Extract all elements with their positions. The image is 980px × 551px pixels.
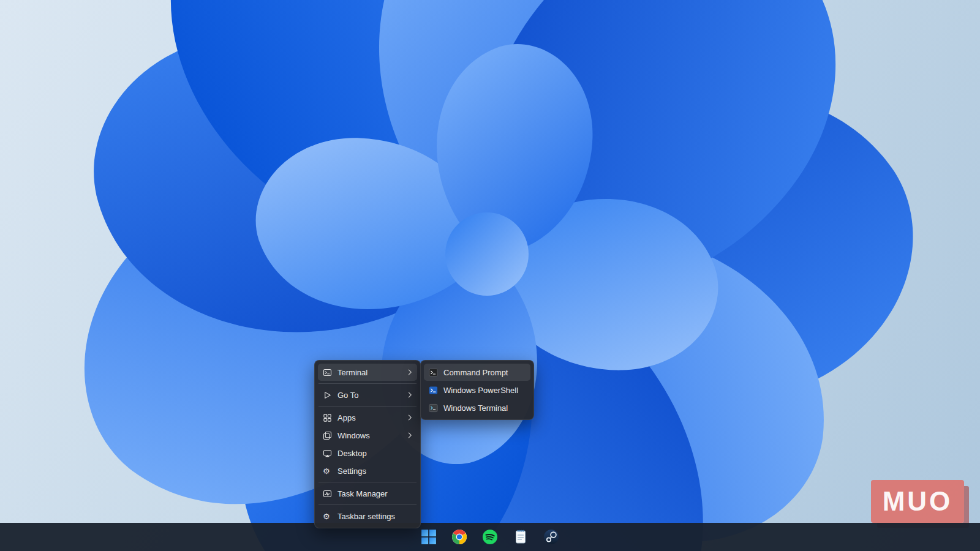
- menu-item-go-to[interactable]: Go To: [318, 386, 417, 403]
- menu-item-label: Taskbar settings: [337, 512, 406, 521]
- terminal-icon: [323, 368, 337, 377]
- muo-watermark: MUO: [871, 480, 964, 523]
- menu-separator: [318, 504, 417, 505]
- chevron-right-icon: [406, 369, 412, 376]
- chevron-right-icon: [406, 432, 412, 439]
- menu-separator: [318, 383, 417, 384]
- menu-item-label: Task Manager: [337, 489, 406, 498]
- chrome-icon: [451, 529, 467, 545]
- menu-item-taskbar-settings[interactable]: ⚙ Taskbar settings: [318, 508, 417, 525]
- notepad-icon: [513, 529, 529, 545]
- start-button[interactable]: [417, 525, 441, 549]
- menu-item-terminal[interactable]: Terminal: [318, 364, 417, 381]
- desktop-icon: [323, 449, 337, 458]
- menu-item-task-manager[interactable]: Task Manager: [318, 485, 417, 502]
- submenu-item-windows-powershell[interactable]: Windows PowerShell: [424, 381, 530, 399]
- steam-icon: [543, 529, 559, 545]
- submenu-item-windows-terminal[interactable]: Windows Terminal: [424, 399, 530, 416]
- menu-item-label: Desktop: [337, 449, 406, 458]
- wallpaper-bloom: [0, 0, 980, 551]
- chrome-taskbar-button[interactable]: [447, 525, 472, 549]
- desktop: Terminal Go To Apps: [0, 0, 980, 551]
- windows-icon: [323, 431, 337, 440]
- menu-item-label: Settings: [337, 467, 406, 476]
- menu-item-settings[interactable]: ⚙ Settings: [318, 462, 417, 479]
- taskbar-context-menu: Terminal Go To Apps: [314, 360, 421, 528]
- task-manager-icon: [323, 489, 337, 498]
- chevron-right-icon: [406, 414, 412, 421]
- chevron-right-icon: [406, 391, 412, 399]
- go-to-icon: [323, 391, 337, 400]
- spotify-icon: [482, 529, 498, 545]
- command-prompt-icon: [429, 368, 443, 377]
- steam-taskbar-button[interactable]: [539, 525, 564, 549]
- notepad-taskbar-button[interactable]: [508, 525, 533, 549]
- submenu-item-label: Windows Terminal: [443, 403, 526, 413]
- menu-separator: [318, 482, 417, 482]
- spotify-taskbar-button[interactable]: [478, 525, 502, 549]
- taskbar-settings-gear-icon: ⚙: [323, 512, 337, 520]
- submenu-item-label: Command Prompt: [443, 368, 526, 377]
- menu-item-label: Go To: [337, 391, 406, 400]
- apps-icon: [323, 413, 337, 422]
- settings-gear-icon: ⚙: [323, 467, 337, 475]
- muo-watermark-text: MUO: [883, 486, 953, 517]
- menu-separator: [318, 406, 417, 407]
- start-icon: [421, 529, 437, 545]
- menu-item-label: Apps: [337, 413, 406, 422]
- taskbar: [0, 523, 980, 551]
- submenu-item-command-prompt[interactable]: Command Prompt: [424, 364, 530, 381]
- menu-item-desktop[interactable]: Desktop: [318, 444, 417, 462]
- powershell-icon: [429, 386, 443, 395]
- submenu-item-label: Windows PowerShell: [443, 386, 526, 395]
- menu-item-label: Terminal: [337, 368, 406, 377]
- menu-item-windows[interactable]: Windows: [318, 427, 417, 444]
- terminal-submenu: Command Prompt Windows PowerShell Window…: [420, 360, 534, 420]
- menu-item-apps[interactable]: Apps: [318, 409, 417, 426]
- menu-item-label: Windows: [337, 431, 406, 440]
- windows-terminal-icon: [429, 403, 443, 413]
